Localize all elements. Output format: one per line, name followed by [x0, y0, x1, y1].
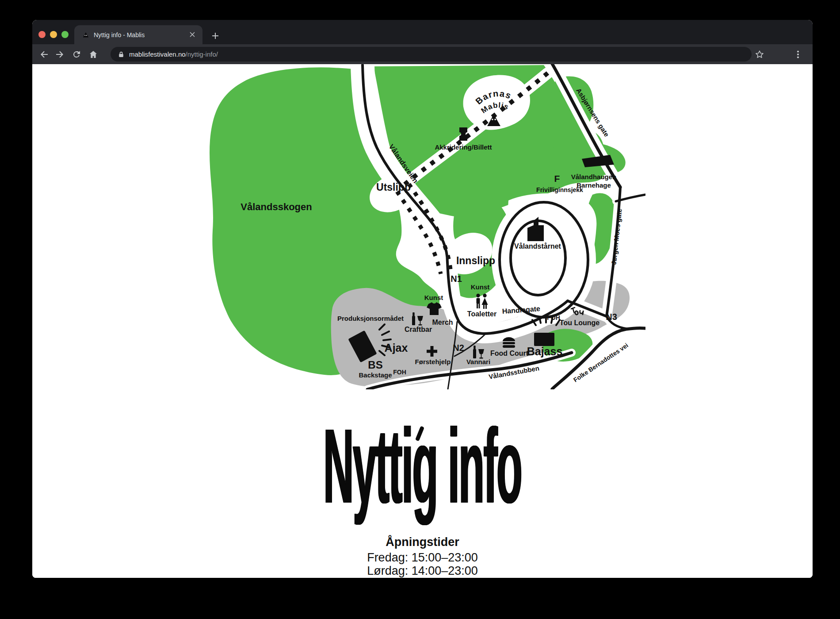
- mountain-favicon-icon: [82, 31, 89, 38]
- festival-map: Vålandsskogen Vålandsveien Utslipp Innsl…: [203, 64, 645, 389]
- label-backstage: Backstage: [359, 371, 392, 379]
- label-ajax: Ajax: [385, 342, 408, 354]
- label-f: F: [554, 173, 560, 184]
- label-n1: N1: [451, 274, 462, 284]
- label-vannari: Vannari: [466, 358, 490, 365]
- new-tab-icon[interactable]: [210, 31, 221, 41]
- url-path: /nyttig-info/: [186, 50, 218, 58]
- toilets-icon: [476, 294, 488, 309]
- page-content: Vålandsskogen Vålandsveien Utslipp Innsl…: [32, 64, 813, 578]
- tab-title: Nyttig info - Mablis: [94, 31, 145, 38]
- browser-tab[interactable]: Nyttig info - Mablis: [74, 25, 202, 44]
- forward-icon[interactable]: [54, 49, 65, 60]
- lock-icon: [118, 51, 125, 58]
- back-icon[interactable]: [39, 49, 50, 60]
- label-tou-lounge: Tou Lounge: [560, 319, 599, 327]
- browser-window: Nyttig info - Mablis mablisfesti: [32, 20, 813, 578]
- label-toaletter: Toaletter: [467, 310, 496, 318]
- label-foh-left: FOH: [393, 369, 406, 376]
- label-valandhaugen-1: Vålandhaugen: [571, 173, 617, 181]
- close-tab-icon[interactable]: [188, 31, 196, 38]
- url-text: mablisfestivalen.no/nyttig-info/: [129, 50, 218, 58]
- address-bar[interactable]: mablisfestivalen.no/nyttig-info/: [111, 47, 752, 62]
- reload-icon[interactable]: [71, 49, 82, 60]
- label-food-court: Food Court: [490, 350, 529, 357]
- opening-hours-saturday: Lørdag: 14:00–23:00: [32, 564, 813, 577]
- label-kunst-upper: Kunst: [471, 283, 490, 291]
- home-icon[interactable]: [88, 49, 99, 60]
- label-forstehjelp: Førstehjelp: [415, 358, 451, 365]
- burger-icon: [503, 337, 515, 348]
- label-forest: Vålandsskogen: [241, 201, 312, 212]
- browser-toolbar: mablisfestivalen.no/nyttig-info/: [32, 44, 813, 64]
- label-valandstarnet: Vålandstårnet: [514, 242, 561, 250]
- url-domain: mablisfestivalen.no: [129, 50, 186, 58]
- kebab-menu-icon[interactable]: [793, 49, 803, 60]
- label-frivilliginnsjekk: Frivilliginnsjekk: [536, 186, 583, 193]
- opening-hours: Åpningstider Fredag: 15:00–23:00 Lørdag:…: [32, 535, 813, 577]
- label-n3: N3: [606, 312, 617, 322]
- opening-hours-heading: Åpningstider: [32, 535, 813, 549]
- label-merch: Merch: [432, 319, 453, 326]
- label-n2: N2: [453, 343, 464, 353]
- label-kunst-lower: Kunst: [424, 294, 443, 301]
- label-bajass: Bajass: [527, 345, 563, 358]
- bookmark-star-icon[interactable]: [754, 49, 765, 60]
- label-produksjonsomradet: Produksjonsormådet: [337, 315, 404, 322]
- label-bs: BS: [368, 359, 382, 371]
- label-craftbar: Craftbar: [405, 326, 432, 333]
- traffic-light-close[interactable]: [38, 31, 46, 38]
- label-akkreditering: Akkridering/Billett: [435, 143, 492, 151]
- tab-strip: Nyttig info - Mablis: [32, 20, 813, 44]
- label-utslipp: Utslipp: [376, 181, 411, 193]
- label-foh-right: FOH: [547, 314, 560, 321]
- opening-hours-friday: Fredag: 15:00–23:00: [32, 551, 813, 564]
- traffic-light-minimize[interactable]: [50, 31, 57, 38]
- label-innslipp: Innslipp: [456, 255, 495, 266]
- traffic-light-zoom[interactable]: [61, 31, 69, 38]
